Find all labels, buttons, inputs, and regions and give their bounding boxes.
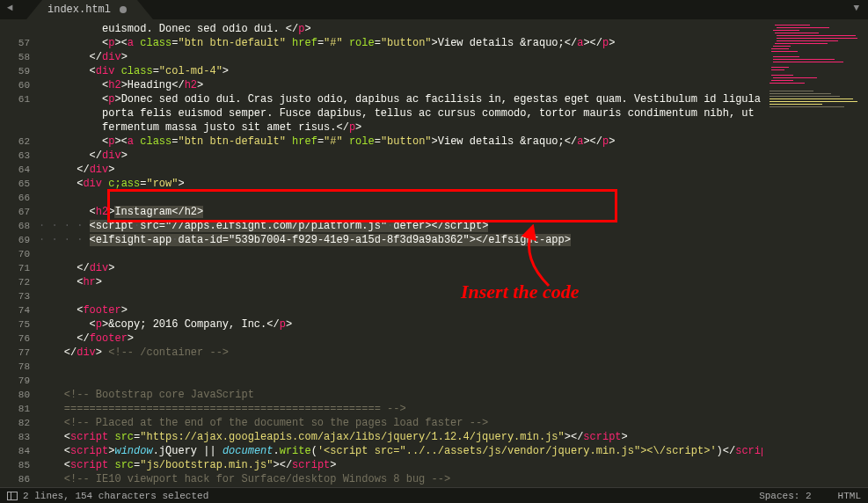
svg-rect-15: [771, 69, 784, 70]
svg-rect-18: [771, 80, 793, 81]
svg-rect-25: [770, 104, 822, 105]
svg-rect-12: [773, 59, 835, 60]
svg-rect-23: [770, 98, 853, 99]
tab-edge: [26, 0, 42, 19]
tab-edge: [137, 0, 153, 19]
tab-filename: index.html: [47, 4, 111, 16]
svg-rect-4: [777, 35, 856, 36]
annotation-text: Insert the code: [461, 285, 579, 299]
svg-rect-5: [777, 38, 857, 39]
chevron-left-icon[interactable]: ◄: [7, 3, 13, 13]
minimap[interactable]: [762, 19, 868, 487]
svg-rect-10: [771, 51, 798, 52]
svg-rect-19: [770, 83, 805, 84]
modified-indicator-icon: [120, 6, 127, 13]
svg-rect-13: [773, 62, 843, 62]
svg-rect-26: [770, 106, 844, 107]
svg-rect-14: [771, 67, 789, 68]
svg-rect-20: [770, 91, 813, 91]
svg-rect-3: [775, 33, 819, 33]
svg-rect-9: [771, 48, 789, 49]
svg-rect-7: [775, 43, 828, 44]
svg-rect-22: [770, 96, 840, 97]
panel-layout-icon[interactable]: [7, 492, 18, 500]
svg-rect-6: [777, 40, 838, 41]
svg-rect-17: [773, 77, 817, 78]
svg-rect-2: [773, 30, 799, 31]
chevron-down-icon[interactable]: ▼: [853, 3, 859, 13]
svg-rect-1: [777, 27, 829, 28]
syntax-status[interactable]: HTML: [838, 491, 861, 501]
code-area[interactable]: euismod. Donec sed odio dui. </p> <p><a …: [39, 19, 762, 487]
editor-area: 5758596061626364656667686970717273747576…: [0, 19, 868, 487]
minimap-content-icon: [766, 23, 864, 199]
svg-rect-24: [770, 101, 857, 102]
svg-rect-0: [775, 25, 810, 26]
indent-status[interactable]: Spaces: 2: [759, 491, 811, 501]
selection-status: 2 lines, 154 characters selected: [23, 491, 208, 501]
line-gutter[interactable]: 5758596061626364656667686970717273747576…: [0, 19, 39, 487]
title-bar: ◄ index.html ▼: [0, 0, 868, 19]
svg-rect-21: [770, 93, 831, 94]
svg-rect-11: [773, 56, 799, 57]
status-bar: 2 lines, 154 characters selected Spaces:…: [0, 487, 868, 503]
svg-rect-16: [771, 75, 793, 76]
svg-rect-8: [773, 46, 791, 47]
file-tab[interactable]: index.html: [42, 0, 137, 19]
